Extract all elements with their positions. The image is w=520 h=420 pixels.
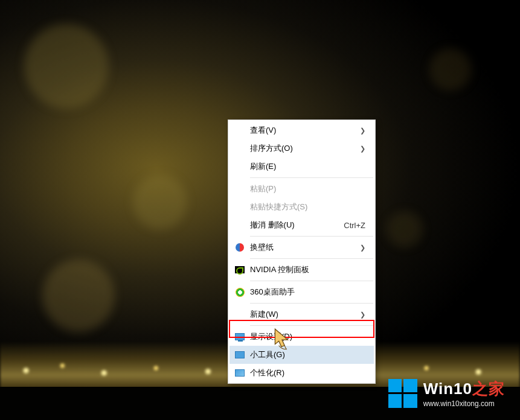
wallpaper-bokeh — [24, 24, 109, 109]
chevron-right-icon: ❯ — [360, 311, 365, 319]
display-icon — [234, 331, 245, 342]
menu-item-view[interactable]: 查看(V)❯ — [230, 121, 374, 139]
360-icon — [234, 287, 245, 298]
wallpaper-icon — [234, 242, 245, 253]
watermark-brand: Win10之家 — [423, 378, 505, 399]
menu-item-paste-shortcut: 粘贴快捷方式(S) — [230, 198, 374, 216]
menu-item-paste: 粘贴(P) — [230, 180, 374, 198]
menu-separator — [250, 236, 373, 237]
menu-item-sort[interactable]: 排序方式(O)❯ — [230, 139, 374, 158]
wallpaper-bokeh — [429, 48, 472, 91]
menu-item-label: 换壁纸 — [250, 242, 274, 253]
menu-item-label: 排序方式(O) — [250, 143, 293, 154]
pointer-cursor-icon — [270, 326, 295, 352]
menu-item-label: 粘贴快捷方式(S) — [250, 202, 307, 212]
menu-item-nvidia[interactable]: NVIDIA 控制面板 — [230, 261, 374, 279]
menu-item-label: 撤消 删除(U) — [250, 220, 295, 231]
menu-item-label: 个性化(R) — [250, 368, 284, 378]
menu-shortcut: Ctrl+Z — [344, 221, 365, 230]
wallpaper-bokeh — [387, 211, 423, 247]
menu-separator — [250, 177, 373, 178]
wallpaper-bokeh — [42, 259, 115, 332]
menu-item-label: 粘贴(P) — [250, 183, 276, 194]
watermark: Win10之家 www.win10xitong.com — [388, 378, 505, 408]
menu-item-display[interactable]: 显示设置(D) — [230, 328, 374, 346]
desktop-context-menu: 查看(V)❯排序方式(O)❯刷新(E) 粘贴(P)粘贴快捷方式(S)撤消 删除(… — [228, 119, 376, 384]
menu-item-personalize[interactable]: 个性化(R) — [230, 364, 374, 382]
menu-item-label: 新建(W) — [250, 309, 278, 320]
menu-item-label: 查看(V) — [250, 125, 276, 136]
chevron-right-icon: ❯ — [360, 145, 365, 153]
menu-separator — [250, 258, 373, 259]
menu-item-label: NVIDIA 控制面板 — [250, 264, 309, 275]
windows-logo-icon — [388, 379, 417, 408]
chevron-right-icon: ❯ — [360, 127, 365, 135]
menu-item-gadgets[interactable]: 小工具(G) — [230, 346, 374, 364]
gadget-icon — [234, 349, 245, 360]
menu-item-360[interactable]: 360桌面助手 — [230, 283, 374, 301]
menu-item-label: 刷新(E) — [250, 161, 276, 172]
menu-item-new[interactable]: 新建(W)❯ — [230, 305, 374, 323]
nvidia-icon — [234, 264, 245, 275]
chevron-right-icon: ❯ — [360, 244, 365, 252]
menu-item-label: 360桌面助手 — [250, 287, 295, 298]
menu-separator — [250, 303, 373, 304]
menu-separator — [250, 281, 373, 281]
menu-item-wallpaper[interactable]: 换壁纸❯ — [230, 238, 374, 256]
menu-separator — [250, 325, 373, 326]
personalize-icon — [234, 368, 245, 378]
menu-item-refresh[interactable]: 刷新(E) — [230, 158, 374, 176]
menu-item-undo-delete[interactable]: 撤消 删除(U)Ctrl+Z — [230, 216, 374, 234]
watermark-url: www.win10xitong.com — [423, 399, 505, 408]
wallpaper-bokeh — [133, 175, 187, 229]
